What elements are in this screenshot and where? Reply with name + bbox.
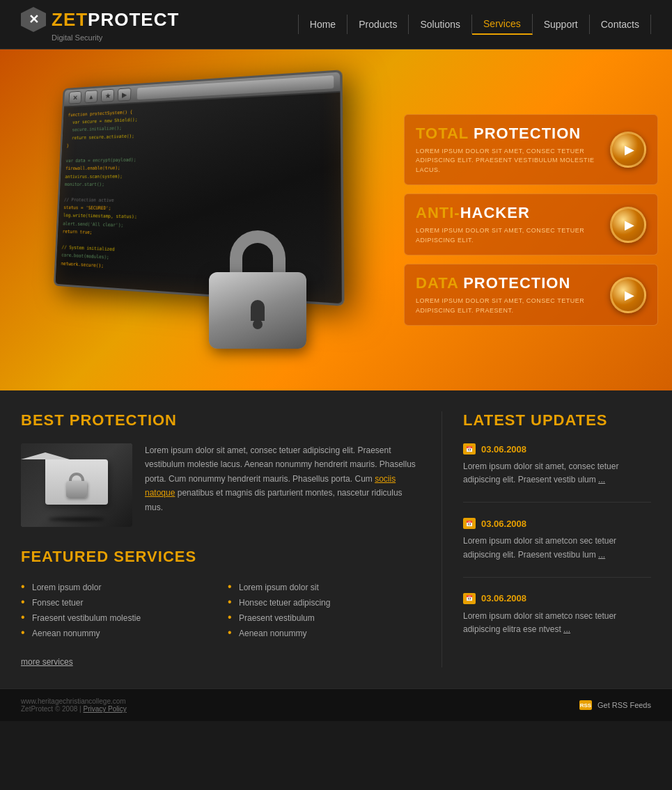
hero-panel-total-protection[interactable]: TOTAL PROTECTION Lorem ipsum dolor sit a…	[404, 114, 658, 186]
sociis-natoque-link[interactable]: sociis natoque	[145, 474, 396, 498]
panel-desc-1: Lorem ipsum dolor sit amet, consec tetue…	[416, 147, 603, 175]
hero-panel-anti-hacker[interactable]: ANTI-HACKER Lorem ipsum dolor sit amet, …	[404, 193, 658, 255]
update-text-1: Lorem ipsum dolor sit amet, consec tetue…	[463, 460, 651, 487]
code-line-10: monitor.start();	[65, 180, 335, 189]
folder-shape	[45, 459, 108, 505]
folder-body	[45, 459, 108, 505]
logo-text: ✕ ZETPROTECT	[21, 7, 179, 32]
date-text-2: 03.06.2008	[481, 519, 526, 529]
panel-title-highlight-2: ANTI-	[416, 204, 460, 221]
services-col-2: Lorem ipsum dolor sit Honsec tetuer adip…	[228, 580, 421, 641]
panel-desc-2: Lorem ipsum dolor sit amet, consec tetue…	[416, 226, 603, 245]
panel-title-3: DATA PROTECTION	[416, 274, 603, 292]
panel-title-main-1: PROTECTION	[474, 125, 581, 142]
update-more-link-3[interactable]: ...	[563, 624, 570, 634]
list-item: Aenean nonummy	[228, 626, 421, 641]
update-body-3: Lorem ipsum dolor sit ametco nsec tetuer…	[463, 611, 616, 634]
update-text-2: Lorem ipsum dolor sit ametcon sec tetuer…	[463, 535, 651, 561]
footer-site-url: www.heritagechristiancollege.com	[21, 697, 126, 705]
date-text-3: 03.06.2008	[481, 593, 526, 603]
update-more-link-2[interactable]: ...	[598, 550, 605, 560]
featured-services-section: FEATURED SERVICES Lorem ipsum dolor Fons…	[21, 548, 421, 667]
logo-tagline: Digital Security	[52, 33, 179, 42]
latest-updates-title: LATEST UPDATES	[463, 411, 651, 429]
date-text-1: 03.06.2008	[481, 444, 526, 455]
lock-body-small	[66, 481, 87, 498]
screen-btn-x: ✕	[69, 91, 82, 104]
best-protection-content: Lorem ipsum dolor sit amet, consec tetue…	[21, 443, 421, 527]
code-line-9: antivirus.scan(system);	[65, 171, 334, 180]
folder-shadow	[49, 517, 104, 521]
more-services-link[interactable]: more services	[21, 657, 73, 667]
list-item: Fraesent vestibulum molestie	[21, 610, 214, 626]
hero-banner: ✕ ▲ ★ ▶ function protectSystem() { var s…	[0, 49, 672, 390]
lock-shackle-small	[69, 473, 84, 481]
footer-privacy-link[interactable]: Privacy Policy	[83, 705, 126, 713]
main-inner: BEST PROTECTION	[0, 390, 672, 688]
update-item-2: 📅 03.06.2008 Lorem ipsum dolor sit ametc…	[463, 518, 651, 577]
list-item: Lorem ipsum dolor sit	[228, 580, 421, 595]
screen-btn-up: ▲	[84, 90, 97, 103]
panel-text-2: ANTI-HACKER Lorem ipsum dolor sit amet, …	[416, 204, 603, 245]
services-list-2: Lorem ipsum dolor sit Honsec tetuer adip…	[228, 580, 421, 641]
logo-area: ✕ ZETPROTECT Digital Security	[21, 7, 179, 42]
panel-desc-3: Lorem ipsum dolor sit amet, consec tetue…	[416, 297, 603, 315]
screen-btn-play: ▶	[118, 88, 132, 102]
footer-left: www.heritagechristiancollege.com ZetProt…	[21, 697, 127, 713]
main-content: BEST PROTECTION	[0, 390, 672, 688]
folder-lock-container	[66, 473, 87, 498]
folder-tab	[21, 452, 70, 459]
services-col-1: Lorem ipsum dolor Fonsec tetuer Fraesent…	[21, 580, 214, 641]
header: ✕ ZETPROTECT Digital Security Home Produ…	[0, 0, 672, 49]
list-item: Praesent vestibulum	[228, 610, 421, 626]
services-lists: Lorem ipsum dolor Fonsec tetuer Fraesent…	[21, 580, 421, 641]
update-body-2: Lorem ipsum dolor sit ametcon sec tetuer…	[463, 536, 616, 559]
panel-title-main-2: HACKER	[460, 204, 530, 221]
panel-text-3: DATA PROTECTION Lorem ipsum dolor sit am…	[416, 274, 603, 315]
padlock	[209, 223, 306, 349]
logo-protect: PROTECT	[88, 9, 179, 30]
nav-contacts[interactable]: Contacts	[590, 15, 651, 34]
padlock-body	[209, 272, 306, 349]
update-date-1: 📅 03.06.2008	[463, 443, 651, 455]
latest-updates-section: LATEST UPDATES 📅 03.06.2008 Lorem ipsum …	[463, 411, 651, 651]
hero-panel-data-protection[interactable]: DATA PROTECTION Lorem ipsum dolor sit am…	[404, 264, 658, 326]
update-text-3: Lorem ipsum dolor sit ametco nsec tetuer…	[463, 610, 651, 636]
panel-title-highlight-3: DATA	[416, 274, 463, 292]
list-item: Aenean nonummy	[21, 626, 214, 641]
panel-title-2: ANTI-HACKER	[416, 204, 603, 222]
right-column: LATEST UPDATES 📅 03.06.2008 Lorem ipsum …	[442, 411, 651, 667]
services-list-1: Lorem ipsum dolor Fonsec tetuer Fraesent…	[21, 580, 214, 641]
panel-arrow-2[interactable]	[610, 207, 646, 243]
screen-btn-star: ★	[101, 89, 114, 102]
logo-x-symbol: ✕	[29, 13, 39, 26]
main-nav: Home Products Solutions Services Support…	[298, 14, 651, 35]
hero-device: ✕ ▲ ★ ▶ function protectSystem() { var s…	[0, 49, 404, 390]
nav-services[interactable]: Services	[472, 14, 533, 35]
padlock-keyhole	[251, 300, 265, 321]
update-item-1: 📅 03.06.2008 Lorem ipsum dolor sit amet,…	[463, 443, 651, 503]
best-protection-text: Lorem ipsum dolor sit amet, consec tetue…	[145, 443, 421, 527]
nav-home[interactable]: Home	[298, 15, 347, 34]
list-item: Fonsec tetuer	[21, 595, 214, 610]
footer-copyright: ZetProtect © 2008 |	[21, 705, 81, 713]
nav-solutions[interactable]: Solutions	[409, 15, 472, 34]
panel-title-1: TOTAL PROTECTION	[416, 125, 603, 143]
update-body-1: Lorem ipsum dolor sit amet, consec tetue…	[463, 461, 618, 484]
footer-right[interactable]: RSS Get RSS Feeds	[579, 700, 651, 710]
panel-title-main-3: PROTECTION	[463, 274, 570, 292]
panel-text-1: TOTAL PROTECTION Lorem ipsum dolor sit a…	[416, 125, 603, 175]
folder-graphic	[21, 443, 132, 527]
nav-support[interactable]: Support	[533, 15, 590, 34]
update-date-2: 📅 03.06.2008	[463, 518, 651, 529]
update-date-3: 📅 03.06.2008	[463, 593, 651, 604]
logo-icon: ✕	[21, 7, 46, 32]
panel-title-highlight-1: TOTAL	[416, 125, 474, 142]
panel-arrow-3[interactable]	[610, 277, 646, 313]
date-icon-3: 📅	[463, 593, 476, 604]
nav-products[interactable]: Products	[347, 15, 409, 34]
logo-brand: ZETPROTECT	[52, 9, 179, 31]
date-icon-1: 📅	[463, 443, 476, 455]
panel-arrow-1[interactable]	[610, 132, 646, 168]
update-more-link-1[interactable]: ...	[598, 475, 605, 484]
